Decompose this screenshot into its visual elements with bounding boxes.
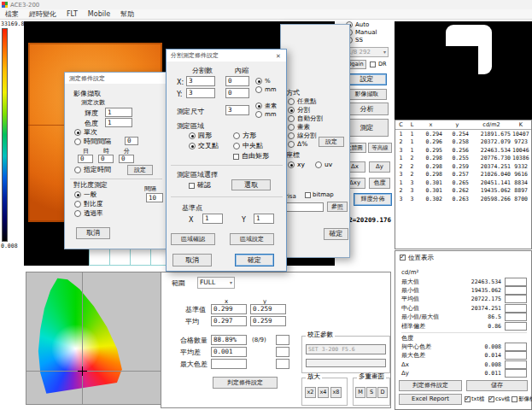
coordinate-option-radio[interactable]: uv <box>315 161 332 168</box>
split-cancel-button[interactable]: 取消 <box>172 254 212 266</box>
condition-cancel-button[interactable]: 取消 <box>76 227 110 239</box>
range-select[interactable]: FULL <box>197 277 235 289</box>
area-cross-radio[interactable]: 交叉點 <box>189 143 219 149</box>
measure-button[interactable]: 測定 <box>345 119 389 137</box>
confirm-checkbox[interactable]: 確認 <box>189 182 211 189</box>
menu-item-0[interactable]: 檔案 <box>0 11 24 18</box>
contrast-option-radio[interactable]: 對比度 <box>74 201 103 208</box>
x-division-field[interactable]: 3 <box>186 76 215 86</box>
excel-report-button[interactable]: Excel Report <box>399 394 462 405</box>
judge-condition-button[interactable]: 判定條件設定 <box>213 377 278 389</box>
menu-item-4[interactable]: 幫助 <box>115 11 139 18</box>
pass-count-field[interactable]: 88.89% <box>211 335 247 345</box>
condition-dialog[interactable]: 測定條件設定 影像擷取 測定次數 輝度 1 色度 1 單次 時間間隔 0 日 時… <box>64 72 167 249</box>
size-mm-radio[interactable]: mm <box>255 111 277 118</box>
average-x-field[interactable]: 0.297 <box>211 316 247 326</box>
base-y-field[interactable]: 1 <box>254 214 274 224</box>
size-pixel-radio[interactable]: 畫素 <box>255 102 277 109</box>
judge-condition-button[interactable]: 判定條件設定 <box>399 380 462 391</box>
area-confirm-button[interactable]: 區域確認 <box>171 233 215 245</box>
contrast-option-radio[interactable]: 一般 <box>74 191 96 198</box>
schedule-set-button[interactable]: 設定 <box>127 165 153 175</box>
interval2-field[interactable]: 10 <box>146 193 163 202</box>
method-ok-button[interactable]: 確定 <box>324 228 348 240</box>
max-color-diff-field[interactable] <box>211 359 247 369</box>
minute-field[interactable]: 0 <box>119 155 134 163</box>
multi-screen-S-button[interactable]: S <box>366 387 377 398</box>
average-y-field[interactable]: 0.259 <box>250 316 286 326</box>
menu-item-2[interactable]: FLT <box>61 11 83 18</box>
csv-file-checkbox[interactable]: csv檔 <box>488 396 510 402</box>
analyze-button[interactable]: 分析 <box>345 102 389 115</box>
capture-button[interactable]: 影像擷取 <box>347 89 387 100</box>
inset-percent-radio[interactable]: % <box>255 78 271 85</box>
table-row[interactable]: 120.2980.25520776.73010386 <box>395 155 531 163</box>
inset-mm-radio[interactable]: mm <box>255 86 277 93</box>
area-circle-radio[interactable]: 圓形 <box>189 132 212 139</box>
table-row[interactable]: 320.2980.25721026.0409616 <box>395 171 531 179</box>
single-radio[interactable]: 單次 <box>74 129 97 136</box>
contrast-option-radio[interactable]: 透過率 <box>74 210 103 217</box>
area-center-radio[interactable]: 中央點 <box>233 143 263 149</box>
measure-size-field[interactable]: 3 <box>225 105 249 115</box>
scheduled-radio[interactable]: 指定時間 <box>74 167 111 173</box>
file-path-field[interactable] <box>284 202 324 212</box>
browse-button[interactable]: 參照 <box>327 202 348 212</box>
x-inset-field[interactable]: 0 <box>225 76 249 86</box>
menu-item-3[interactable]: Mobile <box>83 11 115 18</box>
zoom-x8-button[interactable]: x8 <box>330 387 342 398</box>
method-option-radio[interactable]: 分割 <box>288 107 310 114</box>
luminance-distribution-button[interactable]: 輝度分佈 <box>354 193 392 206</box>
average-diff-field[interactable]: 0.001 <box>211 347 247 357</box>
txt-file-checkbox[interactable]: txt檔 <box>465 396 484 402</box>
settings-button[interactable]: 設定 <box>347 73 387 85</box>
multi-screen-D-button[interactable]: D <box>377 387 388 398</box>
save-button[interactable]: 儲存 <box>466 380 528 391</box>
image-file-checkbox[interactable]: 影像檔 <box>512 396 532 402</box>
area-square-radio[interactable]: 方形 <box>233 132 256 139</box>
y-division-field[interactable]: 3 <box>186 88 215 98</box>
y-inset-field[interactable]: 0 <box>225 88 249 98</box>
split-ok-button[interactable]: 確定 <box>235 254 274 266</box>
delta-y-button[interactable]: Δy <box>369 161 390 173</box>
interval-radio[interactable]: 時間間隔 <box>74 138 111 145</box>
coordinate-option-radio[interactable]: xy <box>288 161 305 168</box>
position-display-checkbox[interactable]: 位置表示 <box>400 255 434 261</box>
table-row[interactable]: 220.2980.25920374.2519332 <box>395 162 531 171</box>
method-set-button[interactable]: 設定 <box>319 137 344 147</box>
table-row[interactable]: 230.3010.26219435.0628897 <box>395 187 531 196</box>
chroma-button[interactable]: 色度 <box>369 178 390 189</box>
table-row[interactable]: 210.2960.25820372.0799723 <box>395 138 531 147</box>
reference-x-field[interactable]: 0.299 <box>211 304 247 314</box>
area-set-button[interactable]: 區域設定 <box>230 233 274 245</box>
base-x-field[interactable]: 1 <box>202 214 223 224</box>
pick-button[interactable]: 選取 <box>231 179 271 190</box>
dr-checkbox[interactable]: DR <box>370 62 387 67</box>
interval-count-field[interactable]: 0 <box>125 137 138 145</box>
table-row[interactable]: 310.2950.25622463.53410046 <box>395 146 531 155</box>
multi-screen-M-button[interactable]: M <box>355 387 365 398</box>
method-option-radio[interactable]: 任意點 <box>288 98 317 105</box>
shutter-select[interactable]: 1/8 292 <box>345 47 389 57</box>
method-option-radio[interactable]: 自動分割 <box>288 115 323 122</box>
zoom-x4-button[interactable]: x4 <box>318 387 329 398</box>
table-row[interactable]: 110.2940.25421891.67510407 <box>395 130 531 138</box>
chroma-count-field[interactable]: 1 <box>105 118 132 127</box>
hour-field[interactable]: 0 <box>98 155 114 163</box>
cie-chromaticity-diagram[interactable] <box>26 272 161 405</box>
bitmap-checkbox[interactable]: bitmap <box>305 192 334 198</box>
results-table[interactable]: CLxycd/m2K 110.2940.25421891.67510407210… <box>395 120 532 249</box>
method-option-radio[interactable]: 畫素 <box>288 124 310 131</box>
contour-button[interactable]: 等高線 <box>368 143 392 153</box>
menu-item-1[interactable]: 經時變化 <box>24 11 61 18</box>
table-row[interactable]: 330.3020.26320598.2668700 <box>395 195 531 203</box>
free-rect-checkbox[interactable]: 自由矩形 <box>233 153 269 160</box>
reference-y-field[interactable]: 0.259 <box>250 304 286 314</box>
close-icon[interactable] <box>273 51 284 61</box>
zoom-x2-button[interactable]: x2 <box>305 387 316 398</box>
method-option-radio[interactable]: Δ% <box>288 141 307 148</box>
split-dialog[interactable]: 分割測定條件設定 分割數 內縮 X: 3 0 Y: 3 0 % mm 測定尺寸 … <box>166 49 287 272</box>
method-option-radio[interactable]: 線分割 <box>288 132 317 139</box>
exposure-manual-radio[interactable]: Manual <box>346 29 377 36</box>
table-row[interactable]: 130.3010.26520451.1418834 <box>395 179 531 187</box>
